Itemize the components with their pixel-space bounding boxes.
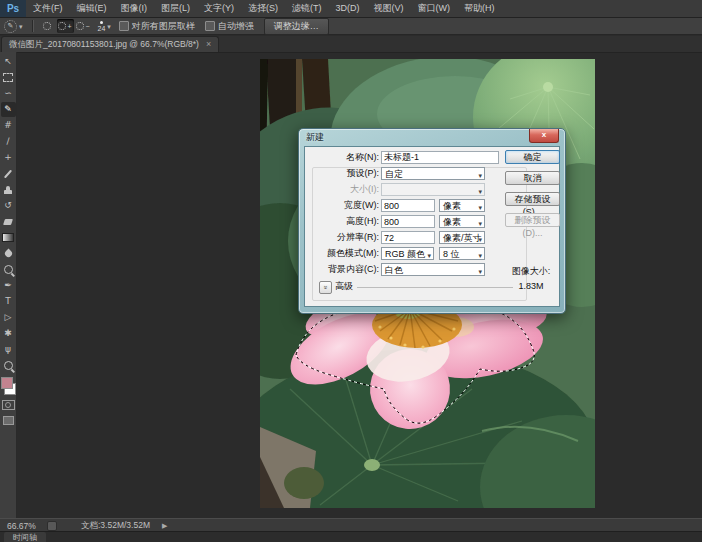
cancel-button[interactable]: 取消	[505, 171, 560, 185]
photoshop-window: Ps 文件(F)编辑(E)图像(I)图层(L)文字(Y)选择(S)滤镜(T)3D…	[0, 0, 702, 542]
new-selection-button[interactable]	[39, 19, 56, 33]
zoom-tool[interactable]	[1, 358, 16, 373]
checkbox-icon	[205, 21, 215, 31]
pen-tool[interactable]: ✒	[1, 278, 16, 293]
photoshop-logo: Ps	[0, 0, 26, 17]
chevron-down-icon: ▾	[478, 266, 482, 278]
plus-icon: +	[67, 23, 71, 30]
rectangular-marquee-tool[interactable]	[1, 70, 16, 85]
chevron-down-icon: ▾	[478, 218, 482, 230]
menu-bar: Ps 文件(F)编辑(E)图像(I)图层(L)文字(Y)选择(S)滤镜(T)3D…	[0, 0, 702, 18]
menu-item-4[interactable]: 文字(Y)	[197, 0, 241, 17]
dialog-title[interactable]: 新建	[306, 131, 324, 144]
background-contents-label: 背景内容(C):	[305, 263, 379, 276]
menu-item-7[interactable]: 3D(D)	[329, 0, 367, 17]
rectangular-marquee-tool-icon	[3, 73, 13, 82]
eyedropper-tool[interactable]: ∕	[1, 134, 16, 149]
custom-shape-tool[interactable]: ✱	[1, 326, 16, 341]
document-sizes[interactable]: 文档:3.52M/3.52M	[81, 520, 150, 532]
spot-healing-brush-tool[interactable]: +	[1, 150, 16, 165]
size-label: 大小(I):	[305, 183, 379, 196]
foreground-color-swatch[interactable]	[1, 377, 13, 389]
width-unit-dropdown[interactable]: 像素 ▾	[439, 199, 485, 212]
screen-mode-button[interactable]	[3, 416, 14, 425]
checkbox-icon	[119, 21, 129, 31]
menu-item-8[interactable]: 视图(V)	[367, 0, 411, 17]
menu-item-0[interactable]: 文件(F)	[26, 0, 70, 17]
close-icon[interactable]: ×	[206, 40, 211, 49]
quick-selection-tool[interactable]: ✎	[1, 102, 16, 117]
sample-all-layers-checkbox[interactable]: 对所有图层取样	[119, 20, 195, 33]
eraser-tool[interactable]	[1, 214, 16, 229]
move-tool[interactable]: ↖	[1, 54, 16, 69]
quick-selection-preset-icon: ✎	[4, 20, 17, 33]
chevron-down-icon: ▾	[19, 23, 23, 30]
chevron-down-icon: ▾	[478, 250, 482, 262]
resolution-unit-dropdown[interactable]: 像素/英寸 ▾	[439, 231, 485, 244]
menu-item-2[interactable]: 图像(I)	[114, 0, 155, 17]
type-tool[interactable]: T	[1, 294, 16, 309]
menu-item-10[interactable]: 帮助(H)	[457, 0, 502, 17]
gradient-tool[interactable]	[1, 230, 16, 245]
menu-item-3[interactable]: 图层(L)	[154, 0, 197, 17]
quick-mask-button[interactable]	[2, 400, 15, 410]
color-mode-dropdown[interactable]: RGB 颜色 ▾	[381, 247, 434, 260]
preset-dropdown[interactable]: 自定 ▾	[381, 167, 485, 180]
clone-stamp-tool[interactable]	[1, 182, 16, 197]
bit-depth-dropdown[interactable]: 8 位 ▾	[439, 247, 485, 260]
brush-tool-icon	[4, 169, 12, 178]
advanced-expander-button[interactable]: »	[319, 281, 332, 294]
image-size-label: 图像大小:	[501, 265, 561, 277]
refine-edge-button[interactable]: 调整边缘…	[264, 18, 329, 35]
delete-preset-button: 删除预设(D)...	[505, 213, 560, 227]
path-selection-tool[interactable]: ▷	[1, 310, 16, 325]
menu-item-9[interactable]: 窗口(W)	[411, 0, 458, 17]
name-input[interactable]	[381, 151, 499, 164]
height-unit-dropdown[interactable]: 像素 ▾	[439, 215, 485, 228]
menu-item-6[interactable]: 滤镜(T)	[285, 0, 329, 17]
eraser-tool-icon	[3, 219, 13, 225]
history-brush-tool-icon: ↺	[4, 201, 12, 210]
add-to-selection-button[interactable]: +	[57, 19, 74, 33]
divider	[357, 287, 513, 288]
hand-tool[interactable]: ψ	[1, 342, 16, 357]
height-input[interactable]	[381, 215, 435, 228]
tool-preset-picker[interactable]: ✎ ▾	[4, 20, 23, 33]
brush-tool[interactable]	[1, 166, 16, 181]
crop-tool-icon: #	[4, 121, 12, 130]
dodge-tool[interactable]	[1, 262, 16, 277]
dodge-tool-icon	[4, 265, 13, 274]
background-contents-dropdown[interactable]: 白色 ▾	[381, 263, 485, 276]
image-size-value: 1.83M	[501, 280, 561, 292]
separator	[32, 20, 34, 32]
status-bar: 66.67% 文档:3.52M/3.52M ▶	[0, 518, 702, 532]
menu-item-1[interactable]: 编辑(E)	[70, 0, 114, 17]
lasso-tool-icon: ∽	[4, 89, 12, 98]
subtract-from-selection-button[interactable]: −	[75, 19, 92, 33]
ok-button[interactable]: 确定	[505, 150, 560, 164]
chevron-down-icon: ▾	[478, 186, 482, 198]
width-input[interactable]	[381, 199, 435, 212]
zoom-level-field[interactable]: 66.67%	[7, 521, 45, 531]
blur-tool-icon	[3, 249, 13, 259]
status-popup-arrow-icon[interactable]: ▶	[162, 522, 167, 530]
chevron-down-icon: ▾	[478, 170, 482, 182]
auto-enhance-checkbox[interactable]: 自动增强	[205, 20, 254, 33]
preset-label: 预设(P):	[305, 167, 379, 180]
save-preset-button[interactable]: 存储预设(S)...	[505, 192, 560, 206]
brush-preview: 24	[98, 21, 106, 32]
crop-tool[interactable]: #	[1, 118, 16, 133]
history-brush-tool[interactable]: ↺	[1, 198, 16, 213]
menu-item-5[interactable]: 选择(S)	[241, 0, 285, 17]
lasso-tool[interactable]: ∽	[1, 86, 16, 101]
brush-size-picker[interactable]: 24 ▾	[98, 21, 111, 32]
dialog-close-button[interactable]: x	[529, 129, 559, 143]
quick-selection-tool-icon: ✎	[4, 105, 12, 114]
blur-tool[interactable]	[1, 246, 16, 261]
brush-circle-icon	[58, 22, 66, 30]
status-icon	[47, 521, 57, 531]
document-tab[interactable]: 微信图片_20170801153801.jpg @ 66.7%(RGB/8*) …	[1, 36, 219, 52]
timeline-tab[interactable]: 时间轴	[4, 532, 46, 542]
name-label: 名称(N):	[305, 151, 379, 164]
resolution-input[interactable]	[381, 231, 435, 244]
